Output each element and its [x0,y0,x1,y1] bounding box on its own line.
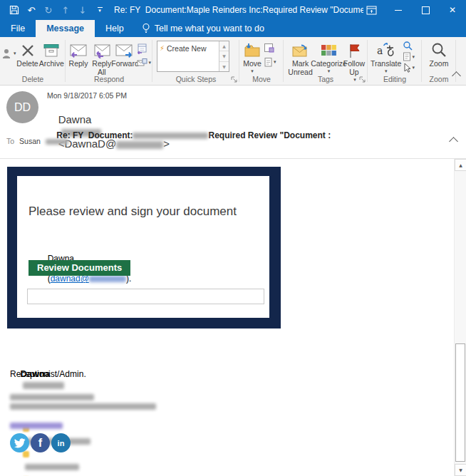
to-recipient-name: Susan [19,137,41,145]
linkedin-icon[interactable]: in [51,433,71,452]
ribbon-group-tags: Mark Unread Categorize ▾ Follow Up Tags [284,37,368,85]
ribbon-group-move: Move ▾ ▾ Move [239,37,284,85]
close-button[interactable]: ✕ [439,0,466,20]
lightning-icon: ⚡ [160,44,165,52]
rules-button[interactable]: ▾ [264,57,276,67]
group-label-quick-steps: Quick Steps [152,75,239,83]
reply-all-envelope-icon [92,39,112,60]
scrollbar-thumb[interactable] [455,343,465,462]
reply-all-button[interactable]: Reply All [90,38,113,76]
to-line: ToSusan [6,137,68,145]
save-icon[interactable] [6,1,23,19]
group-label-tags: Tags [284,75,368,83]
subject-line: Re: FY Document:Required Review "Documen… [47,120,331,150]
forward-envelope-icon [115,39,135,60]
translate-button[interactable]: a Translate ▾ [369,38,403,74]
window-controls: ✕ [358,0,466,20]
tab-file[interactable]: File [0,20,36,37]
redacted-website-link[interactable] [10,423,63,429]
next-item-icon: ↓ [74,1,91,19]
title-bar: ↶ ↻ ↑ ↓ ▾ Re: FY Document:Maple Reinders… [0,0,466,20]
related-button[interactable]: ▾ [403,52,415,61]
move-button[interactable]: Move ▾ [241,38,264,74]
find-button[interactable] [403,41,413,51]
scroll-up-icon[interactable]: ▲ [455,159,466,171]
redacted-link-domain [89,276,126,282]
junk-button[interactable]: ▾ [1,38,16,59]
zoom-button[interactable]: Zoom [428,38,450,68]
redacted-recipient-last-name [46,139,68,145]
move-dropdown-caret: ▾ [251,68,254,74]
ribbon-group-respond: Reply Reply All Forward ▾ [66,37,152,85]
delete-x-icon [20,39,36,60]
sender-avatar[interactable]: DD [6,91,38,123]
vertical-scrollbar[interactable]: ▲ ▼ [454,159,466,476]
minimize-button[interactable] [385,0,412,20]
svg-text:a: a [377,45,383,56]
group-label-delete: Delete [0,75,66,83]
forward-button[interactable]: Forward [113,38,136,68]
select-button[interactable]: ▾ [403,63,415,73]
categorize-grid-icon [321,39,337,60]
undo-icon[interactable]: ↶ [23,1,40,19]
body-heading: Please review and sign your document [29,205,237,219]
tell-me-box[interactable]: Tell me what you want to do [142,20,264,37]
to-label: To [6,137,14,145]
maximize-button[interactable] [412,0,439,20]
ribbon-tab-strip: File Message Help Tell me what you want … [0,20,466,37]
ribbon-display-options-icon[interactable] [358,0,385,20]
signature-role: Receptionist/Admin. [10,369,86,379]
redacted-subject-company [133,133,208,139]
reply-button[interactable]: Reply [67,38,90,68]
review-documents-button[interactable]: Review Documents [29,260,130,276]
translate-dropdown-caret: ▾ [385,68,388,74]
quick-steps-dialog-launcher-icon[interactable] [231,76,237,83]
facebook-icon[interactable]: f [31,433,50,452]
group-label-zoom: Zoom [422,75,456,83]
meeting-button[interactable] [136,43,147,54]
ribbon-right-spacer [456,37,466,85]
gallery-more[interactable]: ▼ [219,61,229,71]
message-date: Mon 9/18/2017 6:05 PM [47,91,127,100]
quick-steps-gallery: ⚡ Create New ▲ ▼ ▼ [157,41,229,72]
gallery-scroll-down[interactable]: ▼ [219,51,229,61]
quick-access-toolbar: ↶ ↻ ↑ ↓ ▾ [6,0,108,20]
lightbulb-icon [142,23,150,34]
ribbon-group-delete: ▾ Delete Archive Delete [0,37,66,85]
tab-help[interactable]: Help [95,20,135,37]
window-title: Re: FY Document:Maple Reinders Inc:Requi… [114,0,363,20]
delete-button[interactable]: Delete [16,38,39,68]
archive-button[interactable]: Archive [39,38,64,68]
reply-envelope-icon [68,39,88,60]
onenote-button[interactable] [264,43,274,53]
ribbon: ▾ Delete Archive Delete [0,37,466,86]
email-body-card: Please review and sign your document Daw… [7,167,281,328]
redacted-signature-last-name [23,382,64,389]
email-body-card-inner: Please review and sign your document Daw… [17,176,269,318]
collapse-header-icon[interactable] [449,137,458,146]
previous-item-icon: ↑ [57,1,74,19]
ribbon-group-quick-steps: ⚡ Create New ▲ ▼ ▼ Quick Steps [152,37,239,85]
archive-box-icon [43,39,60,60]
social-links: f in [10,433,72,452]
group-label-respond: Respond [66,75,152,83]
more-respond-actions-button[interactable]: ▾ [136,58,151,68]
twitter-icon[interactable] [10,433,29,452]
categorize-button[interactable]: Categorize ▾ [316,38,342,74]
tell-me-label: Tell me what you want to do [155,24,264,33]
flag-icon [346,39,362,60]
tags-dialog-launcher-icon[interactable] [359,76,366,83]
scroll-down-icon[interactable]: ▼ [455,464,466,476]
gallery-scroll-up[interactable]: ▲ [219,41,229,51]
customize-qat-icon[interactable]: ▾ [91,1,108,19]
ribbon-group-editing: a Translate ▾ ▾ ▾ Editing [368,37,422,85]
message-header: DD Mon 9/18/2017 6:05 PM Dawna <DawnaD@>… [0,86,466,159]
group-label-move: Move [239,75,284,83]
zoom-magnifier-icon [430,39,447,60]
redacted-website-line [10,419,63,432]
redo-icon: ↻ [40,1,57,19]
reading-pane: Please review and sign your document Daw… [0,159,466,476]
create-new-quick-step[interactable]: ⚡ Create New [157,41,219,71]
mark-unread-button[interactable]: Mark Unread [285,38,316,76]
tab-message[interactable]: Message [36,20,95,37]
